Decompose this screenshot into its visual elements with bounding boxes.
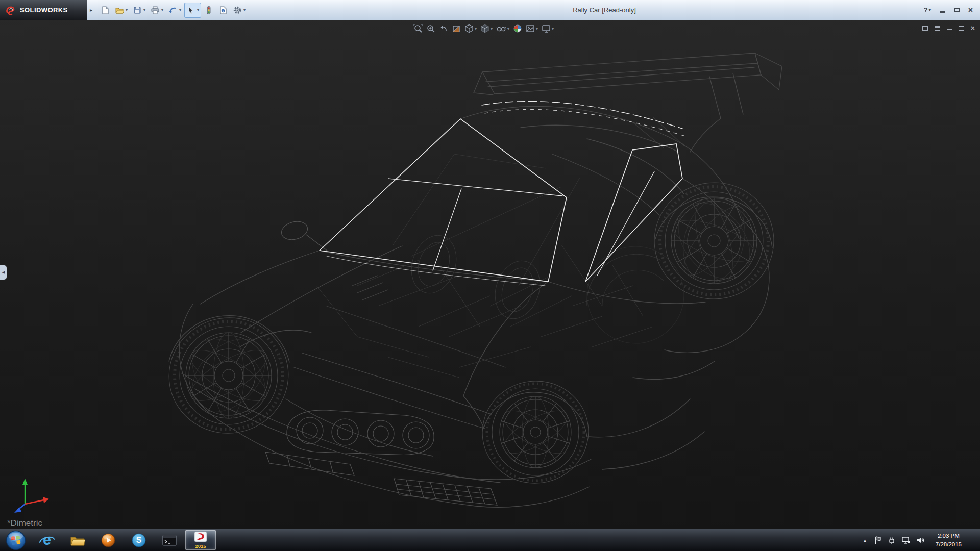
taskbar: e bbox=[0, 529, 980, 551]
save-icon bbox=[133, 6, 142, 15]
heads-up-view-toolbar: ▾ ▾ ▾ bbox=[412, 22, 555, 35]
view-settings-dropdown-arrow: ▾ bbox=[552, 27, 554, 31]
options-button[interactable]: ▾ bbox=[231, 3, 248, 18]
folder-icon bbox=[69, 534, 86, 547]
hide-show-items-button[interactable]: ▾ bbox=[495, 22, 510, 35]
section-view-button[interactable] bbox=[451, 22, 462, 35]
hide-show-items-icon bbox=[496, 24, 506, 33]
split-pane-icon[interactable] bbox=[922, 26, 928, 31]
print-dropdown-arrow[interactable]: ▾ bbox=[161, 8, 163, 12]
document-title: Rally Car [Read-only] bbox=[573, 6, 636, 14]
solidworks-logo: SOLIDWORKS bbox=[0, 0, 87, 20]
view-orientation-icon bbox=[464, 24, 474, 33]
close-button[interactable]: × bbox=[968, 6, 973, 14]
edit-appearance-icon bbox=[513, 24, 522, 33]
s-app-letter: S bbox=[131, 533, 146, 548]
taskbar-clock[interactable]: 2:03 PM 7/28/2015 bbox=[930, 532, 967, 548]
zoom-to-fit-button[interactable] bbox=[412, 22, 424, 35]
solidworks-year-badge: 2015 bbox=[195, 544, 206, 549]
view-orientation-label: *Dimetric bbox=[7, 518, 42, 529]
previous-view-button[interactable] bbox=[438, 22, 449, 35]
previous-view-icon bbox=[439, 24, 448, 33]
help-button[interactable]: ? ▾ bbox=[924, 6, 931, 14]
select-tool-button[interactable]: ▾ bbox=[184, 3, 201, 18]
view-orientation-button[interactable]: ▾ bbox=[463, 22, 478, 35]
minimize-button[interactable] bbox=[940, 11, 945, 13]
view-settings-button[interactable]: ▾ bbox=[541, 22, 555, 35]
open-button[interactable]: ▾ bbox=[113, 3, 130, 18]
undo-button[interactable]: ▾ bbox=[166, 3, 183, 18]
action-center-flag-icon[interactable] bbox=[874, 536, 882, 544]
zoom-to-fit-icon bbox=[413, 24, 423, 33]
power-plug-icon[interactable] bbox=[888, 536, 896, 544]
zoom-to-area-icon bbox=[426, 24, 435, 33]
save-dropdown-arrow[interactable]: ▾ bbox=[143, 8, 145, 12]
internet-explorer-ring bbox=[39, 534, 55, 546]
help-dropdown-arrow: ▾ bbox=[929, 8, 931, 12]
new-document-icon bbox=[101, 6, 110, 15]
media-player-icon bbox=[101, 533, 116, 548]
taskbar-item-internet-explorer[interactable]: e bbox=[32, 529, 62, 551]
rebuild-icon bbox=[204, 6, 213, 15]
taskbar-item-s-app[interactable]: S bbox=[124, 529, 154, 551]
options-gear-icon bbox=[233, 6, 242, 15]
edit-appearance-button[interactable] bbox=[512, 22, 523, 35]
print-icon bbox=[151, 6, 160, 15]
taskbar-item-media-player[interactable] bbox=[93, 529, 124, 551]
apply-scene-button[interactable]: ▾ bbox=[525, 22, 539, 35]
quick-access-toolbar: ▾ ▾ ▾ bbox=[99, 3, 248, 18]
options-dropdown-arrow[interactable]: ▾ bbox=[243, 8, 246, 12]
windows-start-orb-icon bbox=[5, 530, 27, 551]
taskbar-item-file-explorer[interactable] bbox=[62, 529, 93, 551]
graphics-area[interactable]: ▾ ▾ ▾ bbox=[0, 20, 980, 529]
print-button[interactable]: ▾ bbox=[149, 3, 165, 18]
doc-minimize-button[interactable] bbox=[947, 29, 952, 31]
maximize-button[interactable] bbox=[954, 8, 960, 12]
y-axis-arrow bbox=[22, 479, 28, 485]
system-tray: ▴ bbox=[862, 529, 980, 551]
solidworks-app-icon bbox=[193, 531, 208, 543]
taskbar-item-command-prompt[interactable] bbox=[154, 529, 185, 551]
display-style-button[interactable]: ▾ bbox=[479, 22, 494, 35]
apply-scene-dropdown-arrow: ▾ bbox=[536, 27, 538, 31]
help-icon: ? bbox=[924, 6, 928, 14]
apply-scene-icon bbox=[526, 24, 535, 33]
section-view-icon bbox=[452, 24, 461, 33]
feature-manager-collapse-tab[interactable]: ◀ bbox=[0, 265, 7, 280]
view-settings-icon bbox=[542, 24, 551, 33]
display-style-dropdown-arrow: ▾ bbox=[491, 27, 493, 31]
zoom-to-area-button[interactable] bbox=[425, 22, 436, 35]
open-icon bbox=[115, 6, 124, 15]
new-document-button[interactable] bbox=[99, 3, 112, 18]
menu-expand-arrow[interactable]: ▸ bbox=[87, 7, 95, 13]
volume-icon[interactable] bbox=[916, 536, 925, 544]
file-properties-icon bbox=[218, 6, 228, 15]
doc-close-button[interactable]: × bbox=[971, 24, 975, 32]
display-style-icon bbox=[480, 24, 489, 33]
command-prompt-icon bbox=[162, 534, 177, 547]
show-hidden-icons-button[interactable]: ▴ bbox=[862, 536, 868, 545]
network-display-icon[interactable] bbox=[901, 536, 911, 544]
select-arrow-icon bbox=[186, 6, 195, 15]
brand-text: SOLIDWORKS bbox=[20, 6, 68, 14]
clock-time: 2:03 PM bbox=[936, 532, 962, 540]
document-window-controls: × bbox=[922, 24, 975, 32]
clock-date: 7/28/2015 bbox=[936, 540, 962, 548]
hide-show-dropdown-arrow: ▾ bbox=[507, 27, 509, 31]
select-dropdown-arrow[interactable]: ▾ bbox=[197, 8, 199, 12]
start-button[interactable] bbox=[0, 529, 32, 551]
view-orientation-dropdown-arrow: ▾ bbox=[475, 27, 477, 31]
save-button[interactable]: ▾ bbox=[131, 3, 148, 18]
file-properties-button[interactable] bbox=[216, 3, 230, 18]
x-axis-arrow bbox=[43, 497, 49, 503]
solidworks-logo-mark bbox=[5, 5, 16, 16]
open-dropdown-arrow[interactable]: ▾ bbox=[126, 8, 128, 12]
doc-restore-button[interactable] bbox=[959, 26, 964, 31]
taskbar-item-solidworks-2015[interactable]: 2015 bbox=[185, 530, 216, 550]
window-pane-icon[interactable] bbox=[935, 26, 940, 31]
solidworks-window: SOLIDWORKS ▸ ▾ bbox=[0, 0, 980, 551]
reference-triad bbox=[9, 473, 58, 522]
window-controls: ? ▾ × bbox=[924, 6, 980, 14]
undo-dropdown-arrow[interactable]: ▾ bbox=[179, 8, 181, 12]
rebuild-button[interactable] bbox=[202, 3, 215, 18]
